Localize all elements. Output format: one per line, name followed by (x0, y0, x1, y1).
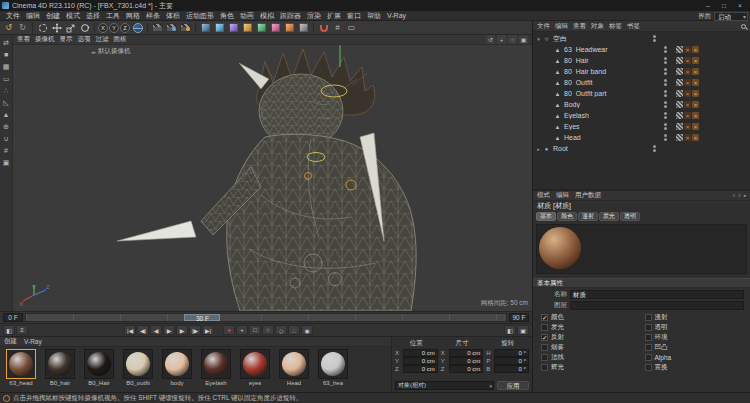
object-row[interactable]: ▾ ○ 空白 (533, 33, 750, 44)
object-row[interactable]: ▲ 80_Outfit part (533, 88, 750, 99)
uvw-tag-icon[interactable] (676, 123, 683, 130)
channel-checkbox[interactable] (645, 314, 652, 321)
visibility-dots-icon[interactable] (649, 35, 659, 42)
object-row[interactable]: ▲ Eyelash (533, 110, 750, 121)
material-tag-icon[interactable] (684, 46, 691, 53)
add-character-icon[interactable] (269, 22, 282, 34)
channel-checkbox[interactable] (645, 364, 652, 371)
visibility-dots-icon[interactable] (660, 90, 670, 97)
object-name[interactable]: 80_Hair band (564, 68, 660, 75)
material-item[interactable]: B0_hair (42, 349, 78, 390)
material-tag-icon[interactable] (692, 46, 699, 53)
object-manager-menu-item[interactable]: 文件 (537, 22, 550, 31)
viewport-view-icon[interactable]: ▣ (519, 35, 528, 44)
object-name[interactable]: 80_Outfit (564, 79, 660, 86)
coordinate-value-field[interactable]: 0 cm (449, 365, 484, 373)
menu-item[interactable]: 样条 (143, 11, 163, 21)
channel-tab[interactable]: 漫射 (578, 212, 598, 221)
playback-button[interactable]: ▶ (163, 325, 175, 335)
menu-item[interactable]: 创建 (43, 11, 63, 21)
layout-select[interactable]: 启动 (714, 12, 748, 21)
object-name[interactable]: 80_Outfit part (564, 90, 660, 97)
timeline-start-field[interactable]: 0 F (3, 313, 23, 322)
material-tag-icon[interactable] (692, 57, 699, 64)
object-name[interactable]: 63_Headwear (564, 46, 660, 53)
viewport-view-icon[interactable]: ○ (508, 35, 517, 44)
object-name[interactable]: Eyes (564, 123, 660, 130)
material-item[interactable]: eyes (237, 349, 273, 390)
coordinate-value-field[interactable]: 0 cm (403, 365, 438, 373)
viewport-menu-item[interactable]: 面板 (114, 35, 127, 44)
material-tag-icon[interactable] (684, 57, 691, 64)
material-item[interactable]: Head (276, 349, 312, 390)
add-generator-icon[interactable] (227, 22, 240, 34)
visibility-dots-icon[interactable] (660, 68, 670, 75)
add-volume-icon[interactable] (283, 22, 296, 34)
menu-item[interactable]: 编辑 (23, 11, 43, 21)
record-button[interactable]: ● (223, 325, 235, 335)
timeline-playhead[interactable]: 30 F (184, 314, 220, 321)
uvw-tag-icon[interactable] (676, 79, 683, 86)
material-tag-icon[interactable] (692, 123, 699, 130)
mode-tool-icon[interactable]: ◺ (1, 97, 12, 108)
history-forward-icon[interactable]: › (738, 192, 740, 199)
close-button[interactable]: × (732, 0, 748, 11)
lock-icon[interactable]: ▪ (744, 192, 746, 199)
timeline-track[interactable]: 30 F (25, 313, 507, 322)
record-button[interactable]: ∴ (288, 325, 300, 335)
menu-item[interactable]: 工具 (103, 11, 123, 21)
name-field[interactable]: 材质 (570, 290, 744, 299)
mode-tool-icon[interactable]: ⊕ (1, 121, 12, 132)
add-mograph-icon[interactable] (255, 22, 268, 34)
attribute-tab[interactable]: 用户数据 (575, 191, 601, 200)
workplane-icon[interactable]: ▭ (345, 22, 358, 34)
maximize-button[interactable]: □ (716, 0, 732, 11)
channel-tab[interactable]: 发光 (599, 212, 619, 221)
channel-checkbox[interactable] (645, 354, 652, 361)
move-tool-icon[interactable] (50, 22, 63, 34)
timeline-mode-icon[interactable]: ◧ (3, 325, 15, 335)
channel-tab[interactable]: 基本 (536, 212, 556, 221)
channel-checkbox[interactable] (541, 354, 548, 361)
snap-icon[interactable] (317, 22, 330, 34)
scale-tool-icon[interactable] (64, 22, 77, 34)
viewport-view-icon[interactable]: ↺ (486, 35, 495, 44)
record-button[interactable]: + (236, 325, 248, 335)
material-item[interactable]: body (159, 349, 195, 390)
render-settings-icon[interactable] (179, 22, 192, 34)
add-spline-icon[interactable] (213, 22, 226, 34)
object-name[interactable]: Eyelash (564, 112, 660, 119)
attribute-tab[interactable]: 编辑 (556, 191, 569, 200)
material-tag-icon[interactable] (692, 79, 699, 86)
uvw-tag-icon[interactable] (676, 90, 683, 97)
menu-item[interactable]: 角色 (217, 11, 237, 21)
search-icon[interactable] (741, 24, 746, 29)
channel-tab[interactable]: 透明 (620, 212, 640, 221)
material-tag-icon[interactable] (692, 101, 699, 108)
record-button[interactable]: ◇ (275, 325, 287, 335)
visibility-dots-icon[interactable] (660, 123, 670, 130)
playback-button[interactable]: ▶| (202, 325, 214, 335)
coordinate-value-field[interactable]: 0 cm (403, 349, 438, 357)
viewport-menu-item[interactable]: 查看 (17, 35, 30, 44)
playback-button[interactable]: ◀ (150, 325, 162, 335)
material-item[interactable]: Eyelash (198, 349, 234, 390)
object-name[interactable]: 空白 (553, 34, 649, 44)
record-button[interactable]: □ (249, 325, 261, 335)
rotate-tool-icon[interactable] (78, 22, 91, 34)
viewport-menu-item[interactable]: 摄像机 (35, 35, 55, 44)
mode-tool-icon[interactable]: ▲ (1, 109, 12, 120)
material-item[interactable]: B0_Hair (81, 349, 117, 390)
record-button[interactable]: ◉ (301, 325, 313, 335)
uvw-tag-icon[interactable] (676, 101, 683, 108)
object-row[interactable]: ▲ 63_Headwear (533, 44, 750, 55)
channel-checkbox[interactable] (645, 344, 652, 351)
playback-button[interactable]: |◀ (124, 325, 136, 335)
object-row[interactable]: ▸ ● Root (533, 143, 750, 154)
add-cube-icon[interactable] (199, 22, 212, 34)
menu-item[interactable]: 体积 (163, 11, 183, 21)
channel-checkbox[interactable] (645, 324, 652, 331)
history-back-icon[interactable]: ‹ (733, 192, 735, 199)
timeline-end-field[interactable]: 90 F (509, 313, 529, 322)
visibility-dots-icon[interactable] (649, 145, 659, 152)
